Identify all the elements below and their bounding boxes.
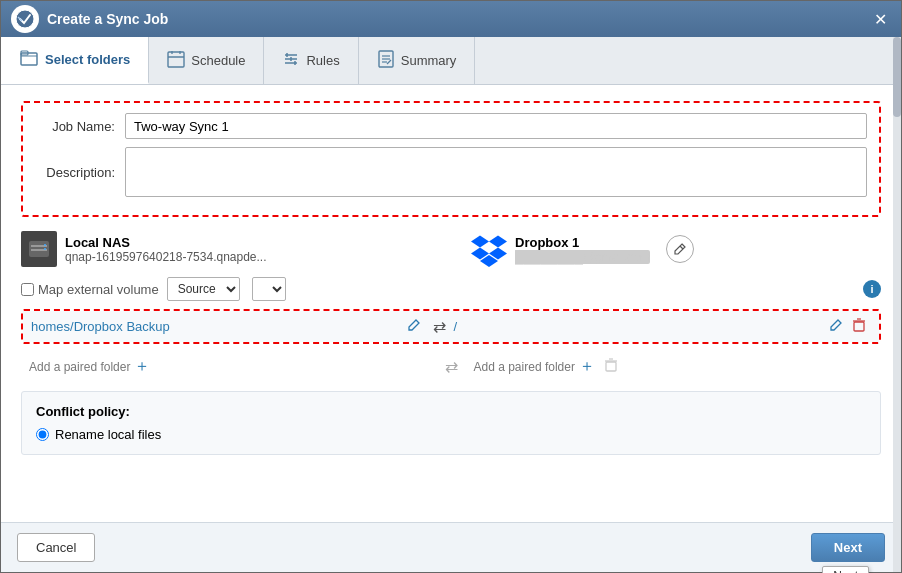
dialog-icon xyxy=(11,5,39,33)
create-sync-dialog: Create a Sync Job ✕ Select folders Sched xyxy=(0,0,902,573)
svg-rect-20 xyxy=(854,322,864,331)
right-edit-icon[interactable] xyxy=(824,319,847,335)
center-arrows-icon: ⇄ xyxy=(437,357,466,376)
dropbox-name: Dropbox 1 xyxy=(515,235,650,250)
dropbox-block: Dropbox 1 ████████@gmail.com xyxy=(471,231,881,267)
rules-icon xyxy=(282,50,300,72)
tab-select-folders-label: Select folders xyxy=(45,52,130,67)
map-volume-label: Map external volume xyxy=(21,282,159,297)
source-select[interactable]: Source xyxy=(167,277,240,301)
scrollbar-thumb[interactable] xyxy=(893,37,901,117)
add-folder-row: Add a paired folder ＋ ⇄ Add a paired fol… xyxy=(21,352,881,381)
description-row: Description: xyxy=(35,147,867,197)
info-button[interactable]: i xyxy=(863,280,881,298)
map-volume-checkbox[interactable] xyxy=(21,283,34,296)
left-add-folder: Add a paired folder ＋ xyxy=(21,352,437,381)
svg-line-19 xyxy=(680,246,683,249)
local-nas-block: Local NAS qnap-1619597640218-7534.qnapde… xyxy=(21,231,431,267)
svg-rect-3 xyxy=(168,52,184,67)
svg-rect-23 xyxy=(606,362,616,371)
map-volume-row: Map external volume Source i xyxy=(21,277,881,301)
description-label: Description: xyxy=(35,165,125,180)
conflict-title: Conflict policy: xyxy=(36,404,866,419)
rename-local-radio[interactable] xyxy=(36,428,49,441)
tab-rules[interactable]: Rules xyxy=(264,37,358,84)
dialog-title: Create a Sync Job xyxy=(47,11,870,27)
delete-pair-icon[interactable] xyxy=(847,318,871,335)
job-form-section: Job Name: Description: xyxy=(21,101,881,217)
right-add-folder-text: Add a paired folder xyxy=(474,360,575,374)
close-button[interactable]: ✕ xyxy=(870,8,891,31)
map-volume-text: Map external volume xyxy=(38,282,159,297)
nas-info: Local NAS qnap-1619597640218-7534.qnapde… xyxy=(65,235,267,264)
title-bar: Create a Sync Job ✕ xyxy=(1,1,901,37)
svg-point-17 xyxy=(44,244,46,246)
tab-summary[interactable]: Summary xyxy=(359,37,476,84)
source-select-2[interactable] xyxy=(252,277,286,301)
left-edit-icon[interactable] xyxy=(402,319,425,335)
tab-rules-label: Rules xyxy=(306,53,339,68)
nas-icon xyxy=(21,231,57,267)
left-add-folder-button[interactable]: ＋ xyxy=(130,356,154,377)
schedule-icon xyxy=(167,50,185,72)
description-textarea[interactable] xyxy=(125,147,867,197)
main-content: Job Name: Description: xyxy=(1,85,901,522)
footer: Cancel Next Next xyxy=(1,522,901,572)
next-tooltip: Next xyxy=(822,566,869,573)
tabs-bar: Select folders Schedule xyxy=(1,37,901,85)
left-folder-path: homes/Dropbox Backup xyxy=(31,319,402,334)
dropbox-edit-button[interactable] xyxy=(666,235,694,263)
sync-arrows-icon: ⇄ xyxy=(425,317,454,336)
scrollbar-track xyxy=(893,37,901,572)
svg-point-0 xyxy=(16,10,34,28)
conflict-radio-row: Rename local files xyxy=(36,427,866,442)
select-folders-icon xyxy=(19,48,39,72)
right-folder-path: / xyxy=(454,319,825,334)
right-add-folder-button[interactable]: ＋ xyxy=(575,356,599,377)
tab-schedule[interactable]: Schedule xyxy=(149,37,264,84)
dropbox-info: Dropbox 1 ████████@gmail.com xyxy=(515,235,650,264)
summary-icon xyxy=(377,50,395,72)
svg-point-18 xyxy=(44,248,46,250)
folder-pair-section: homes/Dropbox Backup ⇄ / xyxy=(21,309,881,344)
cancel-button[interactable]: Cancel xyxy=(17,533,95,562)
tab-schedule-label: Schedule xyxy=(191,53,245,68)
next-btn-wrapper: Next Next xyxy=(811,533,885,562)
right-add-folder: Add a paired folder ＋ xyxy=(466,352,882,381)
nas-sub: qnap-1619597640218-7534.qnapde... xyxy=(65,250,267,264)
tab-select-folders[interactable]: Select folders xyxy=(1,37,149,84)
dropbox-email: ████████@gmail.com xyxy=(515,250,650,264)
sources-section: Local NAS qnap-1619597640218-7534.qnapde… xyxy=(21,231,881,267)
job-name-input[interactable] xyxy=(125,113,867,139)
folder-pair-row: homes/Dropbox Backup ⇄ / xyxy=(23,311,879,342)
dropbox-icon xyxy=(471,231,507,267)
job-name-label: Job Name: xyxy=(35,119,125,134)
job-name-row: Job Name: xyxy=(35,113,867,139)
right-delete-icon xyxy=(599,358,623,375)
nas-name: Local NAS xyxy=(65,235,267,250)
next-button[interactable]: Next xyxy=(811,533,885,562)
conflict-policy-section: Conflict policy: Rename local files xyxy=(21,391,881,455)
rename-local-label: Rename local files xyxy=(55,427,161,442)
tab-summary-label: Summary xyxy=(401,53,457,68)
left-add-folder-text: Add a paired folder xyxy=(29,360,130,374)
